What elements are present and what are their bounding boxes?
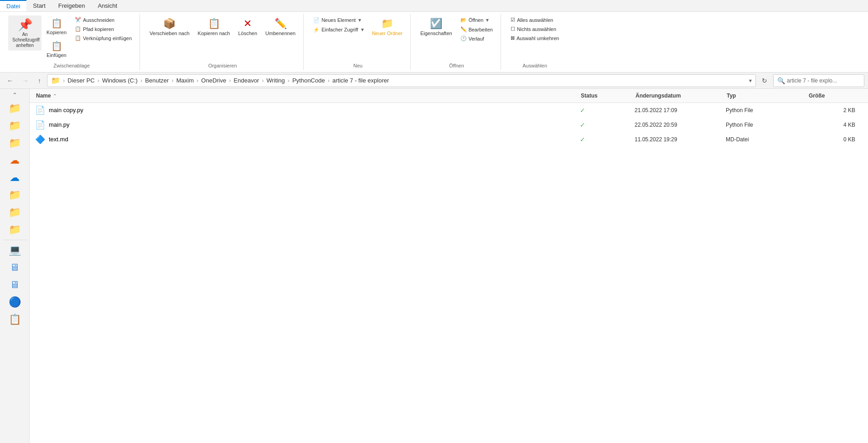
sidebar-item-folder-1[interactable]: 📁 bbox=[4, 100, 26, 117]
breadcrumb-sep-7: › bbox=[288, 77, 289, 84]
main-layout: ⌃ 📁 📁 📁 ☁ ☁ 📁 📁 📁 💻 🖥 🖥 🔵 📋 ⌄ Name ⌃ Sta… bbox=[0, 89, 868, 443]
refresh-button[interactable]: ↻ bbox=[759, 75, 770, 86]
cut-button[interactable]: ✂️ Ausschneiden bbox=[72, 15, 135, 24]
search-box[interactable]: 🔍 bbox=[773, 74, 864, 87]
breadcrumb-windows[interactable]: Windows (C:) bbox=[102, 77, 138, 84]
breadcrumb-onedrive[interactable]: OneDrive bbox=[201, 77, 226, 84]
search-input[interactable] bbox=[787, 77, 860, 84]
breadcrumb-writing[interactable]: Writing bbox=[267, 77, 285, 84]
breadcrumb-benutzer[interactable]: Benutzer bbox=[145, 77, 169, 84]
file-date: 22.05.2022 20:59 bbox=[635, 122, 726, 128]
address-bar: ← → ↑ 📁 › Dieser PC › Windows (C:) › Ben… bbox=[0, 72, 868, 89]
rename-label: Umbenennen bbox=[265, 31, 295, 36]
invert-button[interactable]: ⊠ Auswahl umkehren bbox=[507, 34, 563, 42]
path-copy-button[interactable]: 📋 Pfad kopieren bbox=[72, 25, 135, 33]
new-item-button[interactable]: 📄 Neues Element ▾ bbox=[310, 15, 367, 25]
new-folder-label: Neuer Ordner bbox=[372, 31, 403, 36]
shortcut-button[interactable]: 📋 Verknüpfung einfügen bbox=[72, 34, 135, 42]
sidebar-item-this-pc[interactable]: 💻 bbox=[4, 242, 26, 258]
sidebar-item-folder-6[interactable]: 📁 bbox=[4, 222, 26, 238]
breadcrumb-dropdown-arrow[interactable]: ▾ bbox=[749, 77, 752, 84]
table-row[interactable]: 📄 main.py ✓ 22.05.2022 20:59 Python File… bbox=[30, 118, 868, 132]
select-none-label: Nichts auswählen bbox=[517, 26, 556, 32]
table-row[interactable]: 📄 main copy.py ✓ 21.05.2022 17:09 Python… bbox=[30, 103, 868, 118]
file-list: Name ⌃ Status Änderungsdatum Typ Größe 📄… bbox=[30, 89, 868, 443]
select-col: ☑ Alles auswählen ☐ Nichts auswählen ⊠ A… bbox=[507, 15, 563, 42]
col-header-status[interactable]: Status bbox=[580, 91, 635, 101]
open-icon: 📂 bbox=[460, 17, 467, 23]
sidebar-scroll-up[interactable]: ⌃ bbox=[0, 91, 29, 99]
col-header-type[interactable]: Typ bbox=[726, 91, 808, 101]
open-button[interactable]: 📂 Öffnen ▾ bbox=[457, 15, 496, 25]
new-col-1: 📄 Neues Element ▾ ⚡ Einfacher Zugriff ▾ bbox=[310, 15, 367, 34]
breadcrumb-home-icon: 📁 bbox=[51, 76, 60, 85]
breadcrumb-sep-0: › bbox=[63, 77, 65, 84]
history-label: Verlauf bbox=[469, 36, 484, 41]
pin-button[interactable]: 📌 An Schnellzugriff anheften bbox=[8, 15, 41, 51]
new-folder-button[interactable]: 📁 Neuer Ordner bbox=[369, 15, 406, 38]
ribbon-content: 📌 An Schnellzugriff anheften 📋 Kopieren … bbox=[0, 12, 868, 72]
breadcrumb[interactable]: 📁 › Dieser PC › Windows (C:) › Benutzer … bbox=[47, 74, 756, 87]
copy-to-label: Kopieren nach bbox=[198, 31, 230, 36]
breadcrumb-maxim[interactable]: Maxim bbox=[176, 77, 194, 84]
delete-button[interactable]: ✕ Löschen bbox=[235, 15, 261, 38]
col-header-name[interactable]: Name ⌃ bbox=[35, 91, 580, 101]
move-button[interactable]: 📦 Verschieben nach bbox=[146, 15, 192, 38]
copy-to-button[interactable]: 📋 Kopieren nach bbox=[195, 15, 233, 38]
rename-button[interactable]: ✏️ Umbenennen bbox=[262, 15, 299, 38]
open-group-label: Öffnen bbox=[449, 61, 464, 68]
col-header-date[interactable]: Änderungsdatum bbox=[635, 91, 726, 101]
breadcrumb-dieser-pc[interactable]: Dieser PC bbox=[67, 77, 94, 84]
paste-button[interactable]: 📋 Einfügen bbox=[43, 38, 69, 60]
ribbon: Datei Start Freigeben Ansicht 📌 An Schne… bbox=[0, 0, 868, 72]
col-date-label: Änderungsdatum bbox=[636, 93, 681, 99]
edit-label: Bearbeiten bbox=[469, 27, 493, 32]
sidebar-item-folder-4[interactable]: 📁 bbox=[4, 187, 26, 203]
file-size: 2 KB bbox=[808, 107, 863, 113]
properties-button[interactable]: ☑️ Eigenschaften bbox=[417, 15, 455, 38]
breadcrumb-pythoncode[interactable]: PythonCode bbox=[292, 77, 325, 84]
table-row[interactable]: 🔷 text.md ✓ 11.05.2022 19:29 MD-Datei 0 … bbox=[30, 132, 868, 147]
select-all-label: Alles auswählen bbox=[517, 17, 553, 23]
pin-icon: 📌 bbox=[18, 18, 32, 32]
select-group-label: Auswählen bbox=[522, 61, 547, 68]
easy-access-button[interactable]: ⚡ Einfacher Zugriff ▾ bbox=[310, 25, 367, 34]
up-button[interactable]: ↑ bbox=[35, 75, 44, 86]
move-icon: 📦 bbox=[163, 18, 176, 30]
tab-datei[interactable]: Datei bbox=[0, 0, 26, 11]
breadcrumb-sep-1: › bbox=[98, 77, 99, 84]
tab-freigeben[interactable]: Freigeben bbox=[52, 0, 92, 11]
select-all-icon: ☑ bbox=[511, 17, 515, 23]
back-button[interactable]: ← bbox=[4, 75, 16, 86]
tab-ansicht[interactable]: Ansicht bbox=[91, 0, 124, 11]
sidebar-item-onedrive-orange[interactable]: ☁ bbox=[4, 152, 26, 169]
tab-start[interactable]: Start bbox=[26, 0, 52, 11]
network-icon-1: 🖥 bbox=[10, 262, 20, 273]
sidebar-item-blue[interactable]: 🔵 bbox=[4, 294, 26, 310]
history-button[interactable]: 🕐 Verlauf bbox=[457, 34, 496, 43]
breadcrumb-article7[interactable]: article 7 - file explorer bbox=[332, 77, 389, 84]
file-name: main.py bbox=[49, 121, 70, 128]
breadcrumb-endeavor[interactable]: Endeavor bbox=[234, 77, 259, 84]
copy-button[interactable]: 📋 Kopieren bbox=[43, 15, 70, 37]
select-all-button[interactable]: ☑ Alles auswählen bbox=[507, 15, 563, 24]
sidebar-item-onedrive-blue[interactable]: ☁ bbox=[4, 170, 26, 186]
col-header-size[interactable]: Größe bbox=[808, 91, 863, 101]
file-name-cell: 📄 main.py bbox=[35, 120, 580, 130]
forward-button[interactable]: → bbox=[19, 75, 32, 86]
edit-button[interactable]: ✏️ Bearbeiten bbox=[457, 25, 496, 34]
shortcut-icon: 📋 bbox=[75, 35, 81, 41]
copy-to-icon: 📋 bbox=[208, 18, 220, 30]
group-organize: 📦 Verschieben nach 📋 Kopieren nach ✕ Lös… bbox=[142, 14, 304, 70]
sidebar-item-network-2[interactable]: 🖥 bbox=[4, 277, 26, 293]
folder-icon-5: 📁 bbox=[9, 206, 21, 218]
sidebar-item-folder-3[interactable]: 📁 bbox=[4, 135, 26, 151]
select-items: ☑ Alles auswählen ☐ Nichts auswählen ⊠ A… bbox=[507, 15, 563, 60]
sidebar-item-folder-5[interactable]: 📁 bbox=[4, 204, 26, 221]
sidebar-item-list[interactable]: 📋 bbox=[4, 311, 26, 328]
select-none-button[interactable]: ☐ Nichts auswählen bbox=[507, 25, 563, 33]
folder-icon-1: 📁 bbox=[9, 103, 21, 114]
invert-icon: ⊠ bbox=[511, 35, 515, 41]
sidebar-item-folder-2[interactable]: 📁 bbox=[4, 118, 26, 134]
sidebar-item-network-1[interactable]: 🖥 bbox=[4, 259, 26, 276]
